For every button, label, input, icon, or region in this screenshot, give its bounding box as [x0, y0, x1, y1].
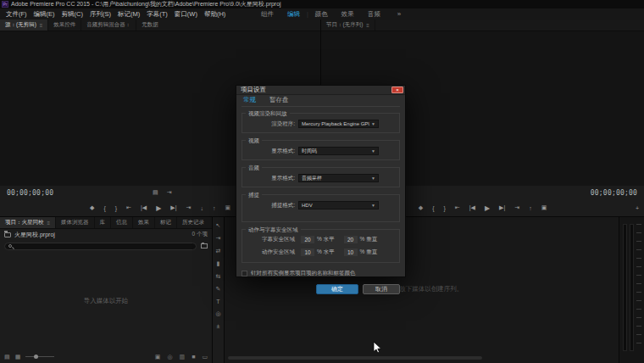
tab-media-browser[interactable]: 媒体浏览器	[56, 217, 95, 228]
clear-icon[interactable]: ▭	[202, 354, 208, 360]
tab-program[interactable]: 节目：(无序列) ≡	[321, 20, 375, 31]
chevron-down-icon: ▼	[371, 121, 375, 126]
new-item-icon[interactable]: ■	[192, 354, 195, 360]
automate-to-sequence-icon[interactable]: ▣	[155, 354, 161, 360]
tab-metadata[interactable]: 元数据	[136, 20, 164, 31]
audio-display-format-dropdown[interactable]: 音频采样 ▼	[298, 174, 379, 182]
icon-view-icon[interactable]: ▦	[15, 354, 21, 360]
program-timecode: 00;00;00;00	[591, 189, 637, 197]
workspace-tab-audio[interactable]: 音频	[361, 10, 387, 19]
window-titlebar[interactable]: Pr Adobe Premiere Pro CC 2015 - C:\用户\ba…	[0, 0, 644, 8]
action-safe-area-row: 动作安全区域 10 % 水平 10 % 垂直	[246, 249, 396, 256]
step-back-icon[interactable]: |◀	[469, 204, 475, 211]
add-marker-icon[interactable]: ◆	[90, 204, 94, 211]
menu-help[interactable]: 帮助(H)	[201, 10, 229, 19]
panel-menu-icon[interactable]: ≡	[40, 23, 43, 28]
mark-out-icon[interactable]: }	[443, 205, 445, 211]
group-safe-areas: 动作与字幕安全区域 字幕安全区域 20 % 水平 20 % 垂直 动作安全区域 …	[242, 229, 400, 263]
go-to-out-icon[interactable]: ⇥	[186, 204, 192, 211]
ok-button[interactable]: 确定	[316, 284, 358, 294]
workspace-tab-editing[interactable]: 编辑	[280, 10, 307, 19]
add-button-icon[interactable]: +	[636, 205, 639, 211]
thumbnail-zoom-slider[interactable]	[25, 356, 54, 357]
title-safe-horizontal-value[interactable]: 20	[301, 236, 314, 243]
panel-menu-icon[interactable]: ≡	[47, 221, 51, 226]
add-marker-icon[interactable]: ◆	[419, 204, 423, 211]
search-input[interactable]	[4, 243, 197, 250]
dialog-buttons: 确定 取消	[242, 282, 400, 294]
window-title: Adobe Premiere Pro CC 2015 - C:\用户\baich…	[11, 0, 281, 8]
dialog-titlebar[interactable]: 项目设置 ×	[236, 86, 405, 95]
overwrite-icon[interactable]: ↑	[213, 205, 216, 211]
slider-knob[interactable]	[34, 355, 38, 359]
tab-project[interactable]: 项目：火星同校 ≡	[0, 217, 56, 228]
list-view-icon[interactable]: ▤	[4, 354, 10, 360]
project-empty-area[interactable]: 导入媒体以开始	[0, 252, 212, 350]
razor-tool-icon[interactable]: ▮	[217, 260, 220, 267]
audio-meter-left	[623, 224, 627, 351]
play-icon[interactable]: ▶	[156, 204, 161, 212]
settings-icon[interactable]: ▤	[153, 189, 158, 196]
tab-source[interactable]: 源：(无剪辑) ≡	[0, 20, 48, 31]
timeline-scrollbar[interactable]	[228, 356, 482, 360]
new-bin-icon[interactable]: ▥	[180, 354, 186, 360]
type-tool-icon[interactable]: T	[216, 299, 219, 304]
renderer-dropdown[interactable]: Mercury Playback Engine GPU 加速 (CUDA ▼	[298, 120, 379, 128]
tab-effect-controls[interactable]: 效果控件	[48, 20, 81, 31]
selection-tool-icon[interactable]: ↖	[216, 222, 221, 229]
menu-edit[interactable]: 编辑(E)	[31, 10, 58, 19]
source-panel-tabbar: 源：(无剪辑) ≡ 效果控件 音频剪辑混合器： 元数据	[0, 20, 320, 31]
tab-history[interactable]: 历史记录	[177, 217, 209, 228]
menu-title[interactable]: 字幕(T)	[143, 10, 171, 19]
zoom-tool-icon[interactable]: ±	[217, 323, 220, 329]
action-safe-horizontal-value[interactable]: 10	[301, 249, 314, 256]
workspace-tab-effects[interactable]: 效果	[335, 10, 361, 19]
menu-window[interactable]: 窗口(W)	[171, 10, 201, 19]
menu-file[interactable]: 文件(F)	[3, 10, 31, 19]
tab-markers[interactable]: 标记	[155, 217, 177, 228]
menu-clip[interactable]: 剪辑(C)	[58, 10, 86, 19]
play-icon[interactable]: ▶	[485, 204, 490, 212]
mark-in-icon[interactable]: {	[103, 205, 105, 211]
video-display-format-dropdown[interactable]: 时间码 ▼	[298, 147, 379, 155]
step-forward-icon[interactable]: ▶|	[499, 204, 505, 211]
project-bin-row[interactable]: 火星同校.prproj 0 个项	[0, 229, 212, 240]
display-names-checkbox[interactable]	[242, 271, 247, 276]
go-to-in-icon[interactable]: ⇤	[126, 204, 131, 211]
panel-menu-icon[interactable]: ≡	[366, 23, 369, 28]
go-to-out-icon[interactable]: ⇥	[514, 204, 519, 211]
tab-general[interactable]: 常规	[243, 96, 256, 104]
workspace-overflow-chevron[interactable]: »	[397, 10, 401, 18]
export-frame-icon[interactable]: ▣	[541, 204, 547, 211]
slip-tool-icon[interactable]: ⇆	[216, 273, 221, 280]
ripple-edit-tool-icon[interactable]: ⇄	[216, 248, 221, 254]
tab-scratch-disks[interactable]: 暂存盘	[269, 96, 289, 104]
fit-icon[interactable]: ⇥	[167, 189, 172, 196]
tab-info[interactable]: 信息	[111, 217, 133, 228]
title-safe-vertical-value[interactable]: 20	[344, 236, 358, 243]
step-forward-icon[interactable]: ▶|	[170, 204, 176, 211]
lift-icon[interactable]: ↑	[529, 205, 532, 211]
action-safe-vertical-value[interactable]: 10	[344, 249, 358, 256]
pen-tool-icon[interactable]: ✎	[216, 286, 221, 293]
cancel-button[interactable]: 取消	[363, 284, 400, 294]
capture-format-dropdown[interactable]: HDV ▼	[298, 201, 379, 209]
find-icon[interactable]: ◎	[167, 354, 172, 360]
new-bin-icon[interactable]	[201, 243, 208, 249]
menu-marker[interactable]: 标记(M)	[114, 10, 143, 19]
mark-out-icon[interactable]: }	[115, 205, 117, 211]
mark-in-icon[interactable]: {	[432, 205, 434, 211]
workspace-tab-color[interactable]: 颜色	[308, 10, 335, 19]
tab-audio-clip-mixer[interactable]: 音频剪辑混合器：	[81, 20, 136, 31]
workspace-tab-assembly[interactable]: 组件	[254, 10, 280, 19]
insert-icon[interactable]: ↓	[200, 205, 203, 211]
tab-effects[interactable]: 效果	[133, 217, 155, 228]
go-to-in-icon[interactable]: ⇤	[455, 204, 460, 211]
track-select-tool-icon[interactable]: ⇥	[216, 235, 221, 242]
close-icon[interactable]: ×	[391, 87, 403, 93]
menu-sequence[interactable]: 序列(S)	[86, 10, 114, 19]
hand-tool-icon[interactable]: ◎	[215, 310, 220, 317]
step-back-icon[interactable]: |◀	[141, 204, 147, 211]
export-frame-icon[interactable]: ▣	[225, 204, 230, 211]
tab-libraries[interactable]: 库	[95, 217, 112, 228]
